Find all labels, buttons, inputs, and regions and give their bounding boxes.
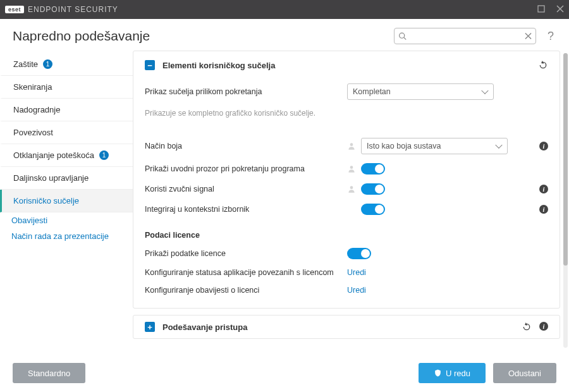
sidebar-item-label: Nadogradnje	[13, 105, 60, 114]
app-name: ENDPOINT SECURITY	[28, 5, 118, 14]
sidebar-item-label: Zaštite	[13, 59, 38, 69]
panel-access-setup: + Podešavanje pristupa i	[133, 315, 560, 339]
sidebar-item-label: Povezivost	[13, 128, 53, 137]
row-label: Prikaži podatke licence	[145, 249, 347, 258]
sidebar-badge: 1	[99, 150, 109, 160]
page-title: Napredno podešavanje	[13, 28, 150, 44]
row-sound: Koristi zvučni signal i	[145, 179, 548, 199]
scrollbar[interactable]	[563, 53, 568, 348]
sidebar-item-label: Skeniranja	[13, 82, 52, 92]
sidebar-item-updates[interactable]: Nadogradnje	[0, 99, 133, 121]
sidebar-item-connectivity[interactable]: Povezivost	[0, 121, 133, 144]
edit-license-status-link[interactable]: Uredi	[347, 268, 366, 277]
row-startup-display: Prikaz sučelja prilikom pokretanja Kompl…	[145, 79, 548, 104]
row-startup-hint: Prikazuje se kompletno grafičko korisnič…	[145, 104, 548, 122]
user-icon	[347, 185, 356, 193]
row-label: Konfiguriranje statusa aplikacije poveza…	[145, 268, 347, 277]
sidebar-item-label: Daljinsko upravljanje	[13, 173, 89, 183]
panel-ui-elements: − Elementi korisničkog sučelja Prikaz su…	[133, 51, 560, 309]
sidebar-item-scans[interactable]: Skeniranja	[0, 76, 133, 99]
row-splash: Prikaži uvodni prozor pri pokretanju pro…	[145, 159, 548, 179]
window-controls	[537, 4, 564, 15]
license-subheading: Podaci licence	[145, 219, 548, 243]
clear-search-icon[interactable]	[525, 31, 532, 42]
svg-point-4	[350, 186, 353, 189]
row-show-license: Prikaži podatke licence	[145, 243, 548, 264]
footer: Standardno U redu Odustani	[0, 354, 569, 392]
row-label: Konfiguriranje obavijesti o licenci	[145, 286, 347, 295]
row-license-status-config: Konfiguriranje statusa aplikacije poveza…	[145, 264, 548, 281]
row-hint: Prikazuje se kompletno grafičko korisnič…	[145, 109, 315, 118]
search-wrap	[394, 28, 536, 44]
row-color-mode: Način boja Isto kao boja sustava i	[145, 133, 548, 159]
show-license-toggle[interactable]	[347, 248, 371, 259]
sidebar-item-label: Obavijesti	[11, 216, 47, 225]
collapse-icon[interactable]: −	[145, 60, 155, 70]
row-label: Integriraj u kontekstni izbornik	[145, 205, 347, 214]
sidebar-subitem-notifications[interactable]: Obavijesti	[0, 212, 133, 228]
default-button[interactable]: Standardno	[13, 363, 85, 383]
svg-point-2	[350, 143, 353, 146]
maximize-icon[interactable]	[537, 4, 545, 15]
info-icon[interactable]: i	[539, 185, 548, 193]
content: − Elementi korisničkog sučelja Prikaz su…	[133, 51, 569, 348]
svg-rect-0	[538, 6, 544, 12]
sidebar-item-label: Korisničko sučelje	[13, 196, 79, 205]
revert-icon[interactable]	[538, 60, 548, 70]
info-icon[interactable]: i	[539, 142, 548, 150]
user-icon	[347, 142, 356, 150]
info-icon[interactable]: i	[539, 322, 548, 331]
panel-title: Elementi korisničkog sučelja	[162, 61, 275, 70]
startup-display-select[interactable]: Kompletan	[347, 83, 494, 100]
search-input[interactable]	[394, 28, 536, 44]
brand-badge: eset	[5, 6, 24, 13]
edit-license-notif-link[interactable]: Uredi	[347, 286, 366, 295]
sound-toggle[interactable]	[361, 183, 385, 195]
user-icon	[347, 164, 356, 173]
panel-title: Podešavanje pristupa	[162, 322, 247, 332]
sidebar-subitem-presentation[interactable]: Način rada za prezentacije	[0, 228, 133, 244]
revert-icon[interactable]	[522, 322, 532, 332]
info-icon[interactable]: i	[539, 205, 548, 214]
row-context-menu: Integriraj u kontekstni izbornik i	[145, 199, 548, 219]
sidebar-badge: 1	[43, 59, 52, 69]
context-menu-toggle[interactable]	[361, 204, 385, 215]
row-label: Koristi zvučni signal	[145, 185, 347, 193]
page-header: Napredno podešavanje ?	[0, 19, 569, 51]
panel-header: − Elementi korisničkog sučelja	[145, 60, 548, 70]
row-label: Način boja	[145, 142, 347, 150]
app-logo: eset ENDPOINT SECURITY	[5, 5, 118, 14]
cancel-button[interactable]: Odustani	[493, 363, 556, 383]
svg-point-3	[350, 166, 353, 169]
titlebar: eset ENDPOINT SECURITY	[0, 0, 569, 19]
sidebar-item-protection[interactable]: Zaštite 1	[0, 53, 133, 76]
color-mode-select[interactable]: Isto kao boja sustava	[361, 138, 508, 154]
sidebar: Zaštite 1 Skeniranja Nadogradnje Poveziv…	[0, 51, 133, 348]
help-icon[interactable]: ?	[545, 30, 556, 43]
sidebar-item-label: Otklanjanje poteškoća	[13, 150, 94, 160]
sidebar-item-ui[interactable]: Korisničko sučelje	[0, 190, 133, 212]
sidebar-item-troubleshoot[interactable]: Otklanjanje poteškoća 1	[0, 144, 133, 167]
ok-button[interactable]: U redu	[419, 363, 486, 383]
sidebar-item-label: Način rada za prezentacije	[11, 231, 109, 241]
expand-icon[interactable]: +	[145, 322, 155, 332]
shield-icon	[434, 369, 442, 377]
sidebar-item-remote[interactable]: Daljinsko upravljanje	[0, 167, 133, 190]
scrollbar-thumb[interactable]	[563, 53, 568, 266]
row-label: Prikaz sučelja prilikom pokretanja	[145, 87, 347, 96]
splash-toggle[interactable]	[361, 163, 385, 175]
close-icon[interactable]	[556, 4, 564, 15]
row-label: Prikaži uvodni prozor pri pokretanju pro…	[145, 164, 347, 173]
row-license-notif-config: Konfiguriranje obavijesti o licenci Ured…	[145, 281, 548, 299]
